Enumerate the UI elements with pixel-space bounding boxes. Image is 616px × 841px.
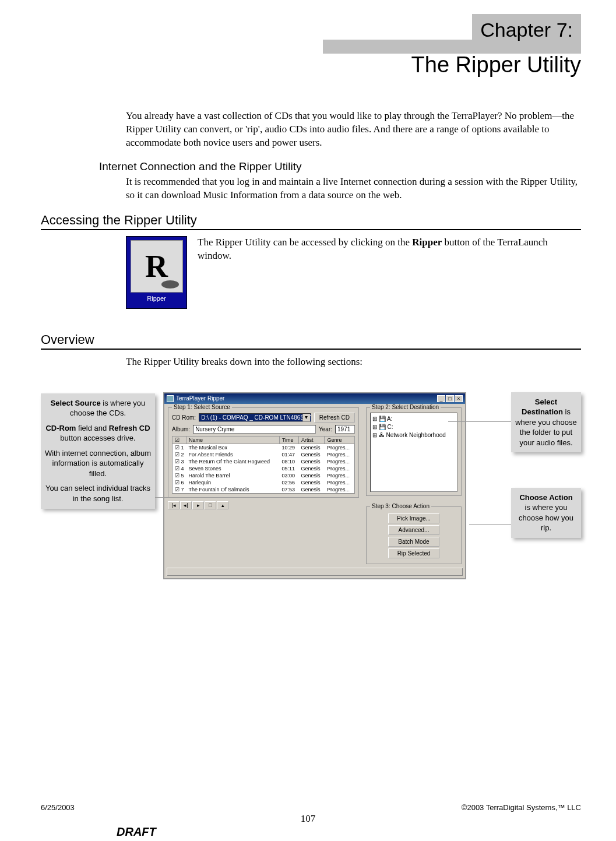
tree-item[interactable]: ⊞ 💾 A: (372, 415, 455, 423)
intro-paragraph: You already have a vast collection of CD… (126, 110, 581, 150)
year-field[interactable]: 1971 (335, 425, 355, 434)
draft-watermark: DRAFT (117, 825, 156, 839)
step1-legend: Step 1: Select Source (172, 404, 232, 410)
maximize-button[interactable]: □ (446, 395, 454, 402)
track-checkbox[interactable]: ☑ (175, 459, 179, 465)
table-row[interactable]: ☑ 3The Return Of The Giant Hogweed08:10G… (173, 458, 355, 465)
step1-fieldset: Step 1: Select Source CD Rom: D:\ (1) - … (168, 407, 359, 498)
leader-line (469, 524, 511, 525)
footer-copyright: ©2003 TerraDigital Systems,™ LLC (462, 803, 581, 812)
refresh-cd-button[interactable]: Refresh CD (314, 413, 355, 423)
page-footer: 6/25/2003 ©2003 TerraDigital Systems,™ L… (41, 803, 581, 812)
track-checkbox[interactable]: ☑ (175, 452, 179, 458)
cdrom-label: CD Rom: (172, 414, 196, 421)
status-bar (167, 568, 463, 576)
chapter-subtitle: The Ripper Utility (411, 52, 581, 78)
ripper-launcher-button[interactable]: R Ripper (126, 236, 187, 309)
step2-legend: Step 2: Select Destination (370, 404, 441, 410)
skip-back-button[interactable]: |◂ (168, 501, 179, 509)
cdrom-dropdown[interactable]: D:\ (1) - COMPAQ _ CD-ROM LTN486S VYQS8 … (199, 413, 311, 422)
ripper-icon-label: Ripper (147, 295, 166, 302)
footer-date: 6/25/2003 (41, 803, 75, 812)
step3-legend: Step 3: Choose Action (370, 503, 431, 509)
track-checkbox[interactable]: ☑ (175, 487, 179, 492)
batch-mode-button[interactable]: Batch Mode (388, 537, 439, 547)
callout-choose-action: Choose Action is where you choose how yo… (511, 488, 581, 538)
table-row[interactable]: ☑ 2For Absent Friends01:47GenesisProgres… (173, 451, 355, 458)
select-all-checkbox[interactable]: ☑ (175, 437, 179, 443)
rip-selected-button[interactable]: Rip Selected (388, 548, 439, 558)
heading-access: Accessing the Ripper Utility (41, 213, 581, 230)
table-row[interactable]: ☑ 5Harold The Barrel03:00GenesisProgres.… (173, 472, 355, 479)
eject-button[interactable]: ▴ (217, 501, 228, 509)
play-button[interactable]: ▸ (192, 501, 204, 509)
table-row[interactable]: ☑ 4Seven Stones05:11GenesisProgres... (173, 465, 355, 472)
track-checkbox[interactable]: ☑ (175, 466, 179, 471)
callout-select-source: Select Source is where you choose the CD… (41, 393, 155, 509)
track-checkbox[interactable]: ☑ (175, 473, 179, 478)
overview-paragraph: The Ripper Utility breaks down into the … (126, 356, 581, 369)
close-button[interactable]: × (455, 395, 463, 402)
app-window: TerraPlayer Ripper _ □ × Step 1: Select … (163, 392, 466, 579)
tree-item[interactable]: ⊞ 💾 C: (372, 423, 455, 431)
leader-line (155, 497, 195, 498)
tree-item[interactable]: ⊞ 🖧 Network Neighborhood (372, 431, 455, 439)
track-checkbox[interactable]: ☑ (175, 480, 179, 485)
album-field[interactable]: Nursery Cryme (193, 425, 316, 434)
internet-paragraph: It is recommended that you log in and ma… (126, 175, 581, 202)
table-row[interactable]: ☑ 6Harlequin02:56GenesisProgres... (173, 479, 355, 486)
leader-line (448, 421, 511, 422)
chapter-tab: Chapter 7: (472, 14, 581, 46)
callout-select-destination: Select Destination is where you choose t… (511, 392, 581, 453)
transport-controls: |◂ ◂| ▸ □ ▴ (168, 501, 359, 509)
step3-fieldset: Step 3: Choose Action Pick Image... Adva… (366, 506, 462, 564)
minimize-button[interactable]: _ (437, 395, 445, 402)
track-checkbox[interactable]: ☑ (175, 445, 179, 451)
page-number: 107 (0, 813, 616, 825)
step2-fieldset: Step 2: Select Destination ⊞ 💾 A: ⊞ 💾 C:… (366, 407, 462, 496)
heading-overview: Overview (41, 332, 581, 350)
advanced-button[interactable]: Advanced... (388, 525, 439, 535)
subhead-internet: Internet Connection and the Ripper Utili… (99, 160, 581, 173)
titlebar[interactable]: TerraPlayer Ripper _ □ × (164, 393, 465, 404)
ripper-icon: R (131, 240, 183, 293)
window-title: TerraPlayer Ripper (176, 395, 224, 402)
pick-image-button[interactable]: Pick Image... (388, 513, 439, 523)
destination-tree[interactable]: ⊞ 💾 A: ⊞ 💾 C: ⊞ 🖧 Network Neighborhood (370, 413, 457, 492)
tracks-table[interactable]: ☑ Name Time Artist Genre ☑ 1The Musical … (172, 436, 355, 494)
app-icon (167, 395, 174, 402)
table-row[interactable]: ☑ 7The Fountain Of Salmacis07:53GenesisP… (173, 486, 355, 494)
play-back-button[interactable]: ◂| (180, 501, 192, 509)
access-paragraph: The Ripper Utility can be accessed by cl… (198, 236, 581, 309)
stop-button[interactable]: □ (205, 501, 216, 509)
table-row[interactable]: ☑ 1The Musical Box10:29GenesisProgres... (173, 444, 355, 451)
album-label: Album: (172, 426, 190, 432)
year-label: Year: (319, 426, 332, 432)
